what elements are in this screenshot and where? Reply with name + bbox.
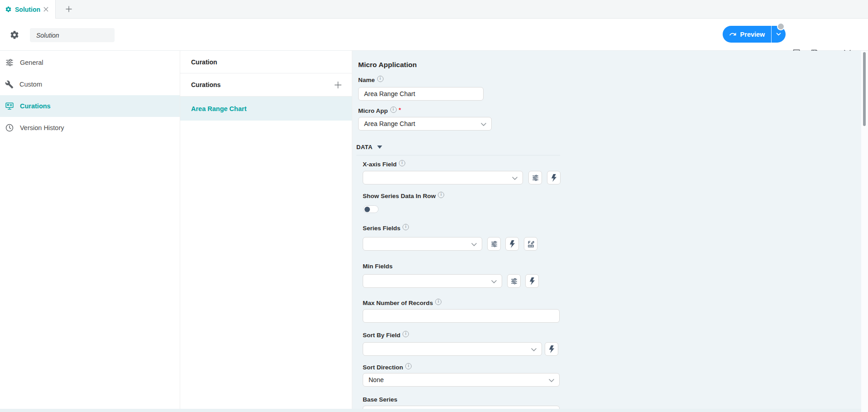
tab-title: Solution (15, 6, 40, 13)
lightning-bolt-icon (509, 240, 516, 248)
base-series-label: Base Series (363, 396, 398, 403)
sidebar-item-version-history[interactable]: Version History (0, 117, 180, 139)
x-axis-settings-button[interactable] (528, 171, 542, 184)
content-area: General Custom Curations Version History (0, 51, 868, 412)
series-fields-table-edit-button[interactable] (524, 237, 537, 251)
solution-name-input[interactable]: Solution (30, 28, 115, 42)
info-icon[interactable]: i (403, 224, 409, 230)
sidebar-item-custom[interactable]: Custom (0, 73, 180, 95)
preview-arrow-icon (729, 30, 737, 38)
bottom-scroll-strip (0, 409, 861, 412)
sidebar-item-curations[interactable]: Curations (0, 95, 180, 117)
chevron-down-icon (549, 379, 554, 382)
show-series-toggle[interactable] (363, 205, 379, 213)
curations-group-label: Curations (191, 81, 221, 88)
name-field[interactable]: Area Range Chart (358, 87, 484, 101)
vertical-scrollbar-track[interactable] (861, 51, 868, 412)
tab-bar: Solution (0, 0, 868, 19)
sidebar-nav: General Custom Curations Version History (0, 51, 180, 412)
wrench-icon (5, 80, 14, 89)
header-toolbar: Solution Preview (0, 19, 868, 51)
sidebar-item-label: General (20, 59, 43, 66)
solution-name-value: Solution (36, 32, 59, 39)
app-window: Solution Solution Preview (0, 0, 868, 412)
solution-gear-icon (5, 6, 12, 13)
min-fields-label: Min Fields (363, 263, 393, 270)
info-icon[interactable]: i (435, 299, 441, 305)
info-icon[interactable]: i (403, 331, 409, 337)
plus-icon (65, 5, 72, 13)
info-icon[interactable]: i (390, 107, 397, 113)
vertical-scrollbar-thumb[interactable] (863, 52, 866, 126)
curations-group-header: Curations (180, 73, 352, 97)
sidebar-item-label: Version History (20, 124, 64, 131)
sort-by-formula-button[interactable] (545, 342, 558, 356)
form-title: Micro Application (358, 61, 417, 69)
max-records-input[interactable] (363, 309, 560, 323)
micro-app-label: Micro App i * (358, 107, 401, 114)
chevron-down-icon (491, 280, 497, 283)
micro-application-form: Micro Application Name i Area Range Char… (352, 51, 868, 412)
sliders-icon (532, 174, 539, 182)
name-label: Name i (358, 77, 384, 83)
show-series-label: Show Series Data In Row i (363, 193, 444, 199)
lightning-bolt-icon (548, 345, 555, 353)
chevron-down-icon (531, 348, 537, 351)
chevron-down-icon (481, 123, 486, 126)
preview-split-button: Preview (723, 26, 786, 43)
monitor-icon (5, 102, 14, 111)
lightning-bolt-icon (551, 174, 557, 182)
clock-icon (5, 123, 14, 132)
max-records-label: Max Number of Records i (363, 300, 441, 306)
x-axis-formula-button[interactable] (547, 171, 561, 184)
info-icon[interactable]: i (438, 192, 444, 198)
sliders-icon (510, 277, 518, 285)
series-fields-select[interactable] (363, 237, 482, 251)
notification-dot-badge (777, 23, 785, 30)
sidebar-item-general[interactable]: General (0, 52, 180, 73)
data-section-header[interactable]: DATA (356, 144, 382, 150)
tab-close-icon[interactable] (43, 7, 48, 12)
info-icon[interactable]: i (399, 160, 405, 166)
min-fields-select[interactable] (363, 274, 502, 288)
series-fields-formula-button[interactable] (505, 237, 519, 251)
preview-label: Preview (740, 31, 765, 38)
required-asterisk: * (399, 107, 401, 113)
caret-down-icon (377, 145, 382, 149)
sidebar-item-label: Curations (20, 102, 51, 110)
sort-direction-select[interactable]: None (363, 373, 560, 387)
micro-app-select[interactable]: Area Range Chart (358, 117, 492, 131)
preview-button[interactable]: Preview (723, 26, 771, 43)
sort-direction-label: Sort Direction i (363, 364, 412, 371)
sliders-icon (5, 58, 14, 67)
sidebar-item-label: Custom (19, 81, 42, 88)
info-icon[interactable]: i (405, 363, 412, 369)
min-fields-settings-button[interactable] (507, 274, 521, 288)
tab-solution[interactable]: Solution (0, 0, 56, 19)
sliders-icon (490, 240, 498, 248)
curation-panel-title: Curation (180, 51, 352, 73)
toggle-knob (364, 207, 370, 212)
chevron-down-icon (471, 243, 477, 246)
solution-settings-gear-icon[interactable] (10, 30, 19, 40)
series-fields-settings-button[interactable] (487, 237, 501, 251)
new-tab-button[interactable] (62, 0, 75, 18)
curation-list-panel: Curation Curations Area Range Chart (180, 51, 352, 412)
x-axis-field-select[interactable] (363, 171, 523, 184)
sort-by-field-label: Sort By Field i (363, 332, 409, 339)
chevron-down-icon (512, 177, 518, 180)
lightning-bolt-icon (529, 277, 536, 285)
chevron-down-icon (776, 33, 781, 36)
table-edit-icon (527, 240, 535, 248)
curation-item-area-range-chart[interactable]: Area Range Chart (180, 97, 352, 121)
section-divider (356, 155, 560, 155)
min-fields-formula-button[interactable] (525, 274, 539, 288)
x-axis-field-label: X-axis Field i (363, 161, 405, 168)
add-curation-icon[interactable] (334, 81, 342, 89)
info-icon[interactable]: i (377, 76, 384, 82)
sort-by-field-select[interactable] (363, 342, 542, 356)
series-fields-label: Series Fields i (363, 225, 409, 232)
